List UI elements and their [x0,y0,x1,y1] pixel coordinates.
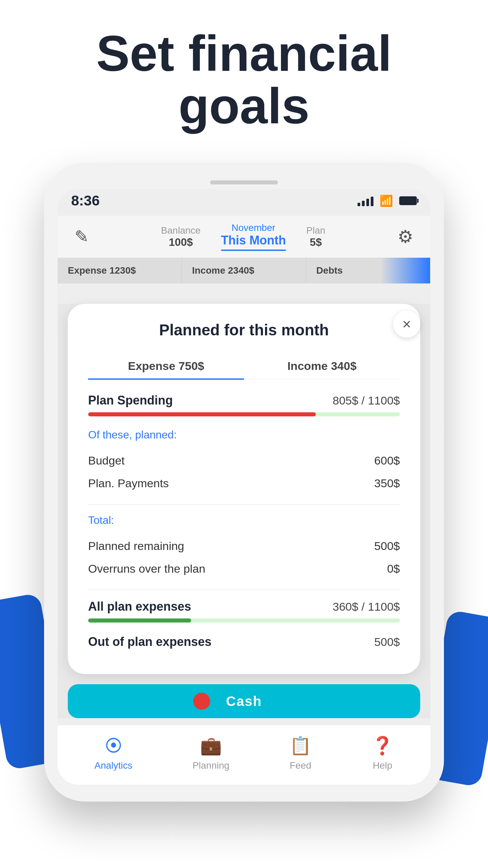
divider-2 [88,590,400,590]
of-these-planned-label: Of these, planned: [88,429,400,441]
overruns-value: 0$ [387,562,400,575]
planning-label: Planning [192,760,229,771]
status-time: 8:36 [71,193,100,209]
nav-tab-plan[interactable]: Plan 5$ [306,225,325,249]
status-bar: 8:36 📶 [58,189,430,216]
balance-label: Banlance [161,225,201,236]
help-label: Help [373,760,392,771]
edit-icon[interactable]: ✎ [75,227,89,246]
plan-label: Plan [306,225,325,236]
nav-tab-balance[interactable]: Banlance 100$ [161,225,201,249]
budget-label: Budget [88,454,125,467]
month-sublabel: This Month [221,233,286,247]
modal-card: Planned for this month Expense 750$ Inco… [68,304,420,674]
tab-income-label: Income [287,359,328,372]
income-label: Income [192,265,225,276]
divider-1 [88,504,400,505]
budget-row: Budget 600$ [88,449,400,472]
tab-expense-value: 750$ [179,359,204,372]
bottom-nav: ⦿ Analytics 💼 Planning 📋 Feed ❓ Help [58,725,430,785]
help-icon: ❓ [371,735,393,756]
nav-item-help[interactable]: ❓ Help [371,735,393,771]
month-label: November [221,222,286,233]
debts-label: Debts [316,265,343,276]
feed-icon: 📋 [289,735,311,756]
plan-spending-label: Plan Spending [88,393,173,408]
top-nav: ✎ Banlance 100$ November This Month Plan… [58,216,430,258]
planned-remaining-row: Planned remaining 500$ [88,535,400,557]
modal-tab-income[interactable]: Income 340$ [244,353,400,379]
phone-frame: 8:36 📶 ✎ Banlance [44,163,444,802]
close-button[interactable]: × [393,311,420,338]
notch-bar [210,180,278,184]
planning-icon: 💼 [200,735,222,756]
budget-value: 600$ [374,454,400,467]
tab-underline [221,250,286,251]
signal-bar-1 [358,203,360,206]
plan-payments-label: Plan. Payments [88,477,169,490]
signal-bar-4 [371,197,373,206]
all-plan-expenses-progress-bar [88,618,400,623]
debts-summary: Debts [306,258,430,283]
analytics-label: Analytics [95,760,133,771]
nav-item-planning[interactable]: 💼 Planning [192,735,229,771]
modal-area: × Planned for this month Expense 750$ In… [58,304,430,718]
out-of-plan-value: 500$ [374,635,400,649]
plan-payments-value: 350$ [374,477,400,490]
total-label: Total: [88,514,400,527]
analytics-icon: ⦿ [105,736,122,756]
income-summary: Income 2340$ [182,258,306,283]
signal-bar-2 [362,201,365,206]
all-plan-expenses-fill [88,618,191,623]
phone-screen: 8:36 📶 ✎ Banlance [58,189,430,785]
plan-payments-row: Plan. Payments 350$ [88,472,400,495]
status-icons: 📶 [358,194,417,207]
signal-bar-3 [366,199,369,206]
plan-spending-fill [88,412,316,416]
cash-bar: Cash [68,684,420,718]
tab-expense-label: Expense [128,359,176,372]
plan-spending-row: Plan Spending 805$ / 1100$ [88,393,400,408]
phone-notch [58,180,430,186]
out-of-plan-row: Out of plan expenses 500$ [88,635,400,649]
planned-remaining-label: Planned remaining [88,539,184,553]
battery-icon [399,196,417,205]
balance-value: 100$ [169,236,193,248]
modal-tabs: Expense 750$ Income 340$ [88,353,400,380]
all-plan-expenses-row: All plan expenses 360$ / 1100$ [88,599,400,614]
wifi-icon: 📶 [380,194,393,207]
nav-tab-month[interactable]: November This Month [221,222,286,251]
modal-tab-expense[interactable]: Expense 750$ [88,353,244,379]
plan-spending-value: 805$ / 1100$ [332,394,400,407]
all-plan-expenses-value: 360$ / 1100$ [332,600,400,613]
plan-value: 5$ [310,236,322,248]
nav-item-analytics[interactable]: ⦿ Analytics [95,736,133,771]
overruns-row: Overruns over the plan 0$ [88,557,400,580]
summary-strip: Expense 1230$ Income 2340$ Debts [58,258,430,283]
nav-tabs: Banlance 100$ November This Month Plan 5… [161,222,325,251]
expense-value: 1230$ [109,265,136,276]
gear-icon[interactable]: ⚙ [398,226,413,247]
tab-income-value: 340$ [331,359,357,372]
out-of-plan-label: Out of plan expenses [88,635,211,649]
modal-title: Planned for this month [88,321,400,339]
planned-remaining-value: 500$ [374,539,400,553]
expense-summary: Expense 1230$ [58,258,182,283]
hero-title: Set financial goals [0,0,488,153]
feed-label: Feed [290,760,311,771]
nav-item-feed[interactable]: 📋 Feed [289,735,311,771]
plan-spending-progress-bar [88,412,400,416]
cash-bar-dot [193,693,210,710]
overruns-label: Overruns over the plan [88,562,205,575]
cash-bar-text: Cash [226,694,262,709]
all-plan-expenses-label: All plan expenses [88,599,191,614]
income-value: 2340$ [228,265,254,276]
phone-mockup: 8:36 📶 ✎ Banlance [44,163,444,802]
signal-icon [358,195,373,206]
expense-label: Expense [68,265,107,276]
